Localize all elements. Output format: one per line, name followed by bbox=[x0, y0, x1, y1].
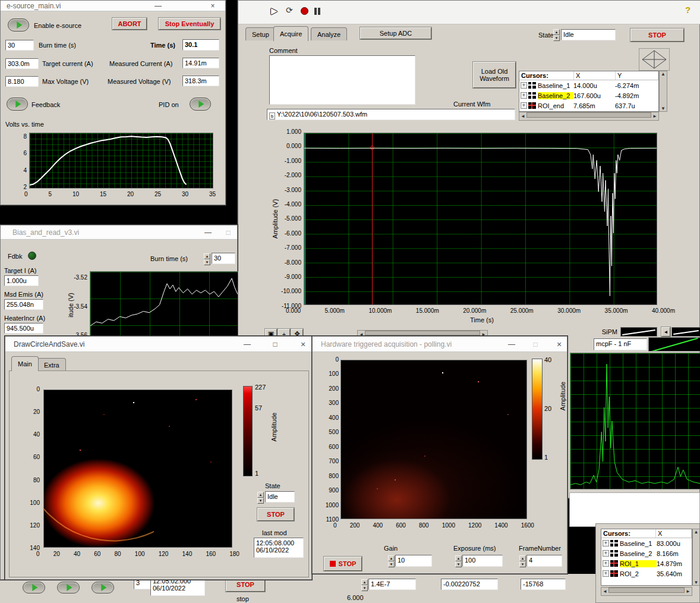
val1-field[interactable]: 1.4E-7 bbox=[368, 579, 416, 590]
left-arrow-icon[interactable]: ◄ bbox=[603, 589, 607, 594]
wfm-path-field[interactable]: bY:\2022\10\06\120507.503.wfm bbox=[267, 109, 515, 120]
expand-icon[interactable]: + bbox=[521, 82, 527, 89]
run-continuous-icon[interactable]: ⟳ bbox=[286, 5, 293, 15]
tab-analyze[interactable]: Analyze bbox=[311, 27, 347, 40]
cursor-row[interactable]: + Baseline_1 14.000u -6.274m bbox=[519, 80, 658, 90]
main-stop-button[interactable]: STOP bbox=[630, 29, 684, 42]
cursor-row[interactable]: + Baseline_1 83.000u bbox=[601, 538, 692, 548]
minimize-icon[interactable]: — bbox=[502, 337, 522, 352]
scroll-thumb[interactable] bbox=[608, 588, 685, 593]
up-icon[interactable]: ▲ bbox=[553, 29, 560, 35]
expand-icon[interactable]: + bbox=[521, 92, 527, 99]
pause-icon[interactable] bbox=[314, 8, 320, 15]
gain-spinner[interactable]: ▲▼ bbox=[388, 555, 395, 567]
legend-sipm-label[interactable]: SiPM bbox=[595, 328, 617, 335]
exposure-spinner[interactable]: ▲▼ bbox=[455, 555, 462, 567]
bias-burn-time-field[interactable]: 30 bbox=[212, 253, 235, 264]
target-current-field[interactable]: 303.0m bbox=[5, 58, 39, 69]
intensity-graph[interactable] bbox=[43, 390, 232, 548]
minimize-icon[interactable]: — bbox=[237, 337, 257, 352]
up-icon[interactable]: ▲ bbox=[388, 555, 395, 561]
max-voltage-field[interactable]: 8.180 bbox=[5, 76, 39, 87]
minimize-icon[interactable]: — bbox=[198, 225, 218, 240]
main-graph-plot[interactable] bbox=[304, 133, 657, 305]
scroll-thumb[interactable] bbox=[365, 331, 480, 335]
minimize-icon[interactable]: — bbox=[148, 1, 168, 11]
up-arrow-icon[interactable]: ▲ bbox=[661, 71, 666, 77]
setup-adc-button[interactable]: Setup ADC bbox=[360, 27, 431, 39]
cursor-row[interactable]: + ROI_2 35.640m bbox=[601, 569, 692, 579]
tab-setup[interactable]: Setup bbox=[245, 27, 276, 40]
pid-toggle[interactable] bbox=[190, 98, 211, 111]
burn-time-field[interactable]: 30 bbox=[5, 40, 34, 51]
tab-acquire[interactable]: Acquire bbox=[273, 26, 308, 41]
expand-icon[interactable]: + bbox=[603, 550, 609, 557]
dc-state-field[interactable]: Idle bbox=[265, 491, 295, 503]
up-icon[interactable]: ▲ bbox=[519, 555, 526, 561]
maximize-icon[interactable]: □ bbox=[525, 337, 546, 352]
expand-icon[interactable]: + bbox=[521, 102, 527, 109]
expand-icon[interactable]: + bbox=[603, 560, 609, 567]
abort-button[interactable]: ABORT bbox=[112, 18, 147, 30]
cursor-name[interactable]: ROI_end bbox=[538, 102, 573, 109]
right-arrow-icon[interactable]: ► bbox=[686, 589, 690, 594]
state-spinner[interactable]: ▲▼ bbox=[553, 29, 560, 40]
polling-stop-button[interactable]: STOP bbox=[324, 557, 362, 571]
cursor-table-hscrollbar[interactable]: ◄► bbox=[519, 112, 659, 121]
spectrum-graph-plot[interactable] bbox=[570, 353, 700, 489]
bottom-toggle-1[interactable] bbox=[23, 582, 45, 593]
close-icon[interactable]: × bbox=[203, 1, 223, 11]
gain-field[interactable]: 10 bbox=[395, 555, 432, 567]
state-field[interactable]: Idle bbox=[561, 29, 616, 40]
down-arrow-icon[interactable]: ▼ bbox=[661, 106, 666, 111]
expand-icon[interactable]: + bbox=[603, 570, 609, 577]
cursor-row[interactable]: + ROI_1 14.879m bbox=[601, 558, 692, 569]
down-icon[interactable]: ▼ bbox=[519, 561, 526, 567]
legend-left-arrow-icon[interactable]: ◄ bbox=[661, 327, 670, 337]
up-icon[interactable]: ▲ bbox=[204, 253, 210, 259]
help-icon[interactable]: ? bbox=[685, 5, 690, 15]
bottom-toggle-2[interactable] bbox=[57, 582, 80, 593]
maximize-icon[interactable]: □ bbox=[265, 337, 285, 352]
run-icon[interactable]: ▶ bbox=[271, 6, 278, 15]
down-icon[interactable]: ▼ bbox=[553, 35, 560, 41]
legend-mcp-sample[interactable] bbox=[648, 337, 700, 351]
scroll-thumb[interactable] bbox=[526, 112, 651, 118]
cursor-row[interactable]: + ROI_end 7.685m 637.7u bbox=[519, 100, 658, 111]
br-cursor-hscrollbar[interactable]: ◄► bbox=[601, 587, 692, 596]
load-old-waveform-button[interactable]: Load Old Waveform bbox=[473, 62, 516, 88]
close-icon[interactable]: × bbox=[549, 337, 569, 352]
stop-eventually-button[interactable]: Stop Eventually bbox=[159, 18, 220, 30]
abort-icon[interactable] bbox=[301, 7, 308, 15]
br-cursor-vscrollbar[interactable]: ▲▼ bbox=[692, 529, 700, 586]
bottom-toggle-3[interactable] bbox=[92, 582, 114, 593]
br-cursor-table[interactable]: Cursors: X + Baseline_1 83.000u + Baseli… bbox=[601, 529, 692, 586]
volts-graph-plot[interactable] bbox=[29, 133, 213, 189]
cursor-table[interactable]: Cursors: X Y + Baseline_1 14.000u -6.274… bbox=[519, 71, 659, 112]
exposure-field[interactable]: 100 bbox=[462, 555, 503, 567]
legend-sipm-sample[interactable] bbox=[620, 327, 657, 337]
left-arrow-icon[interactable]: ◄ bbox=[521, 114, 525, 119]
cursor-row[interactable]: + Baseline_2 167.600u -4.892m bbox=[519, 90, 658, 100]
esource-titlebar[interactable]: e-source_main.vi bbox=[1, 1, 225, 11]
frame-spinner[interactable]: ▲▼ bbox=[519, 555, 526, 567]
cursor-name[interactable]: ROI_1 bbox=[620, 560, 657, 567]
val1-spinner[interactable]: ▲▼ bbox=[361, 579, 368, 590]
down-icon[interactable]: ▼ bbox=[257, 498, 264, 504]
enable-esource-toggle[interactable] bbox=[8, 18, 29, 32]
close-icon[interactable]: × bbox=[293, 337, 313, 352]
comment-textarea[interactable] bbox=[269, 55, 415, 105]
up-icon[interactable]: ▲ bbox=[455, 555, 462, 561]
down-arrow-icon[interactable]: ▼ bbox=[694, 580, 699, 585]
down-icon[interactable]: ▼ bbox=[455, 561, 462, 567]
tab-extra[interactable]: Extra bbox=[37, 358, 66, 371]
bias-burn-spinner[interactable]: ▲▼ bbox=[204, 253, 210, 265]
heater-incr-field[interactable]: 945.500u bbox=[4, 323, 43, 334]
dc-stop-button[interactable]: STOP bbox=[257, 508, 294, 521]
expand-icon[interactable]: + bbox=[603, 540, 609, 547]
up-arrow-icon[interactable]: ▲ bbox=[694, 529, 699, 535]
tab-main[interactable]: Main bbox=[11, 356, 39, 371]
cursor-table-vscrollbar[interactable]: ▲▼ bbox=[659, 71, 667, 112]
cursor-name[interactable]: Baseline_2 bbox=[620, 550, 657, 557]
legend-mcp-label[interactable]: mcpF - 1 nF bbox=[594, 338, 647, 350]
